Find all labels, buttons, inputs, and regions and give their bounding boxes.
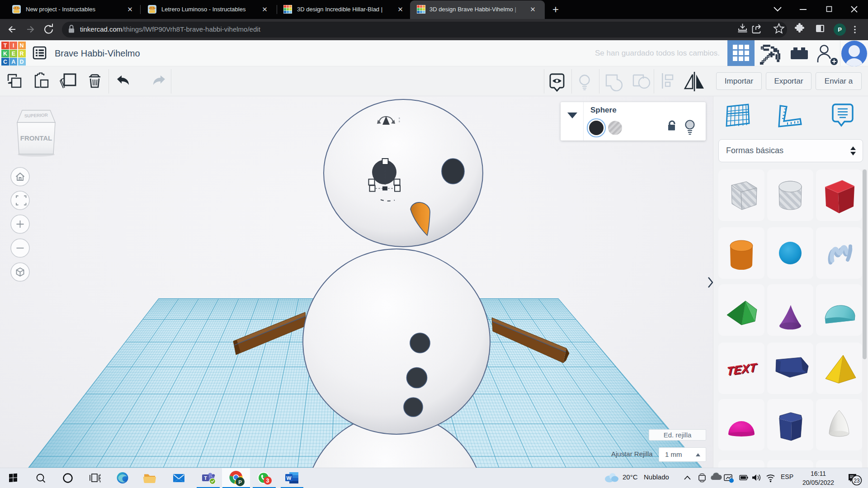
svg-text:23: 23 <box>854 478 860 484</box>
svg-text:3: 3 <box>266 478 269 484</box>
svg-text:P: P <box>238 479 242 485</box>
svg-text:SUPERIOR: SUPERIOR <box>24 113 48 118</box>
svg-text:TEXT: TEXT <box>726 360 758 378</box>
svg-text:T: T <box>204 475 207 481</box>
svg-text:FRONTAL: FRONTAL <box>20 134 52 142</box>
svg-text:W: W <box>287 475 292 481</box>
